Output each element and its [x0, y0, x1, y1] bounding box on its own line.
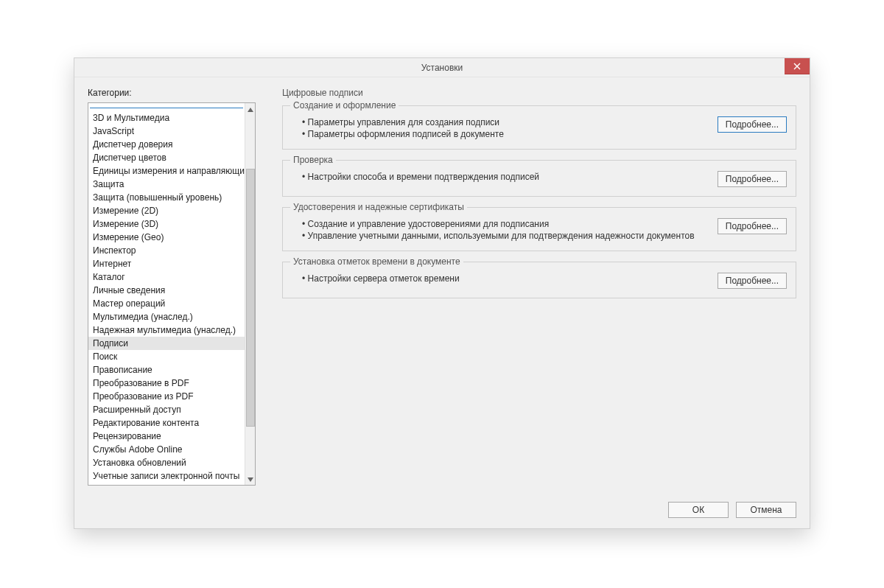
category-item[interactable]: Измерение (Geo) [88, 231, 245, 244]
listbox-focus-line [90, 108, 243, 108]
category-item[interactable]: Службы Adobe Online [88, 443, 245, 456]
category-item[interactable]: Правописание [88, 363, 245, 377]
category-item[interactable]: Измерение (2D) [88, 204, 245, 217]
category-item[interactable]: Единицы измерения и направляющие [88, 164, 245, 178]
categories-listbox[interactable]: 3D и МультимедиаJavaScriptДиспетчер дове… [88, 102, 256, 486]
settings-group: Установка отметок времени в документеНас… [282, 262, 796, 298]
cancel-button[interactable]: Отмена [736, 502, 796, 518]
category-item[interactable]: Установка обновлений [88, 456, 245, 469]
group-description: Настройки сервера отметок времени [302, 273, 704, 284]
category-item[interactable]: Поиск [88, 350, 245, 363]
group-bullet: Управление учетными данными, используемы… [302, 230, 704, 242]
category-item[interactable]: JavaScript [88, 125, 245, 138]
category-item[interactable]: Каталог [88, 270, 245, 284]
category-item[interactable]: Интернет [88, 257, 245, 270]
group-bullet: Настройки сервера отметок времени [302, 273, 704, 284]
category-item[interactable]: Надежная мультимедиа (унаслед.) [88, 323, 245, 337]
svg-marker-2 [248, 108, 253, 112]
category-item[interactable]: Защита (повышенный уровень) [88, 191, 245, 204]
category-item[interactable]: Формы [88, 483, 245, 485]
svg-marker-3 [248, 477, 253, 482]
settings-group: Удостоверения и надежные сертификатыСозд… [282, 207, 796, 251]
category-item[interactable]: Учетные записи электронной почты [88, 469, 245, 483]
ok-button[interactable]: ОК [668, 502, 729, 518]
category-item[interactable]: Измерение (3D) [88, 217, 245, 231]
category-item[interactable]: 3D и Мультимедиа [88, 111, 245, 125]
category-item[interactable]: Преобразование в PDF [88, 377, 245, 390]
group-description: Параметры управления для создания подпис… [302, 116, 704, 140]
category-item[interactable]: Личные сведения [88, 284, 245, 297]
group-legend: Установка отметок времени в документе [290, 256, 463, 267]
settings-group: Создание и оформлениеПараметры управлени… [282, 105, 796, 150]
category-item[interactable]: Диспетчер цветов [88, 151, 245, 164]
group-legend: Проверка [290, 155, 336, 165]
more-button[interactable]: Подробнее... [718, 116, 787, 133]
more-button[interactable]: Подробнее... [718, 218, 787, 234]
close-button[interactable] [785, 58, 810, 74]
category-item[interactable]: Редактирование контента [88, 416, 245, 430]
category-item[interactable]: Мастер операций [88, 297, 245, 310]
categories-label: Категории: [88, 88, 256, 98]
category-item[interactable]: Мультимедиа (унаслед.) [88, 310, 245, 323]
category-item[interactable]: Расширенный доступ [88, 403, 245, 416]
group-legend: Создание и оформление [290, 100, 399, 111]
group-bullet: Параметры оформления подписей в документ… [302, 128, 704, 140]
category-item[interactable]: Защита [88, 178, 245, 191]
group-legend: Удостоверения и надежные сертификаты [290, 202, 467, 212]
window-title: Установки [74, 58, 810, 77]
category-item[interactable]: Рецензирование [88, 430, 245, 443]
more-button[interactable]: Подробнее... [718, 171, 787, 187]
category-item[interactable]: Подписи [88, 337, 245, 350]
categories-pane: Категории: 3D и МультимедиаJavaScriptДис… [88, 88, 256, 490]
scrollbar[interactable] [245, 103, 255, 485]
group-bullet: Создание и управление удостоверениями дл… [302, 218, 704, 230]
more-button[interactable]: Подробнее... [718, 273, 787, 289]
group-description: Создание и управление удостоверениями дл… [302, 218, 704, 242]
scroll-thumb[interactable] [246, 169, 255, 427]
dialog-footer: ОК Отмена [668, 502, 796, 518]
close-icon [793, 63, 801, 70]
preferences-dialog: Установки Категории: 3D и МультимедиаJav… [74, 57, 810, 529]
scroll-up-icon[interactable] [246, 105, 255, 113]
category-item[interactable]: Диспетчер доверия [88, 138, 245, 151]
settings-pane: Цифровые подписи Создание и оформлениеПа… [282, 88, 796, 490]
group-description: Настройки способа и времени подтверждени… [302, 171, 704, 183]
group-bullet: Параметры управления для создания подпис… [302, 116, 704, 128]
category-item[interactable]: Преобразование из PDF [88, 390, 245, 403]
settings-group: ПроверкаНастройки способа и времени подт… [282, 160, 796, 197]
scroll-down-icon[interactable] [246, 475, 255, 483]
group-bullet: Настройки способа и времени подтверждени… [302, 171, 704, 183]
panel-title: Цифровые подписи [282, 88, 796, 98]
titlebar: Установки [74, 58, 810, 77]
scroll-track[interactable] [245, 113, 256, 475]
category-item[interactable]: Инспектор [88, 244, 245, 257]
